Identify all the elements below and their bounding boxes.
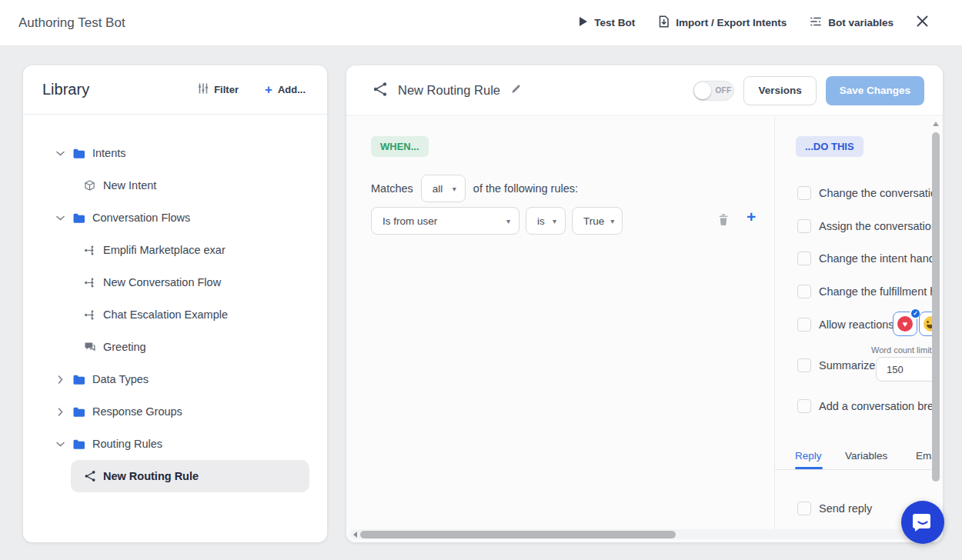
toggle-knob [694, 82, 711, 99]
tab-variables[interactable]: Variables [845, 450, 887, 462]
file-import-export-icon [658, 15, 670, 30]
chevron-right-icon[interactable] [54, 408, 66, 416]
tree-item-data-types[interactable]: Data Types [23, 363, 327, 395]
change-fulfillment-checkbox[interactable] [797, 285, 811, 298]
option-summarize: Summarize: [797, 358, 878, 372]
laugh-reaction-button[interactable] [919, 312, 932, 336]
rule-enabled-toggle[interactable]: OFF [693, 81, 734, 101]
vertical-scrollbar[interactable] [931, 120, 940, 526]
versions-button[interactable]: Versions [743, 76, 816, 105]
option-allow-reactions: Allow reactions: [797, 318, 897, 332]
close-button[interactable] [917, 15, 928, 30]
routing-icon [83, 470, 96, 482]
change-intent-checkbox[interactable] [797, 252, 811, 265]
import-export-intents-button[interactable]: Import / Export Intents [658, 15, 787, 30]
option-change-fulfillment: Change the fulfillment ha [797, 285, 932, 298]
scroll-left-arrow-icon[interactable] [353, 532, 357, 538]
do-this-badge: ...DO THIS [796, 136, 863, 157]
rule-value-value: True [583, 215, 604, 227]
scroll-up-arrow-icon[interactable] [933, 122, 939, 126]
editor-header-actions: OFF Versions Save Changes [693, 76, 924, 105]
topbar-actions: Test Bot Import / Export Intents Bot var… [579, 15, 928, 30]
tree-item-label: Routing Rules [92, 438, 162, 450]
horizontal-scrollbar-thumb[interactable] [360, 531, 676, 538]
do-this-clip: ...DO THIS Change the conversation Assig… [776, 117, 932, 529]
bot-variables-button[interactable]: Bot variables [810, 16, 894, 29]
play-icon [579, 16, 588, 29]
variables-icon [810, 16, 822, 29]
import-export-label: Import / Export Intents [676, 17, 787, 28]
when-badge: WHEN... [371, 136, 429, 157]
chevron-down-icon[interactable] [54, 151, 66, 156]
folder-icon [72, 406, 85, 418]
when-pane: WHEN... Matches all ▾ of the following r… [346, 117, 775, 529]
tree-item-greeting[interactable]: Greeting [23, 331, 327, 363]
tree-item-label: New Conversation Flow [103, 276, 221, 288]
tree-item-new-conversation-flow[interactable]: New Conversation Flow [23, 266, 327, 298]
rule-operator-select[interactable]: is ▾ [526, 207, 566, 235]
folder-icon [72, 374, 85, 385]
filter-label: Filter [214, 84, 239, 95]
word-count-input[interactable] [876, 357, 932, 382]
tree-item-routing-rules[interactable]: Routing Rules [23, 428, 327, 460]
chevron-down-icon[interactable] [54, 215, 66, 221]
tree-item-label: Intents [92, 147, 126, 159]
assign-conversation-checkbox[interactable] [797, 219, 811, 233]
option-label: Change the fulfillment ha [819, 285, 932, 298]
summarize-checkbox[interactable] [797, 358, 811, 372]
tree-item-emplifi-marketplace[interactable]: Emplifi Marketplace exar [23, 234, 327, 266]
chat-launcher-button[interactable] [901, 501, 944, 544]
tree-item-intents[interactable]: Intents [23, 137, 327, 169]
option-label: Add a conversation break [819, 400, 932, 412]
matches-row: Matches all ▾ of the following rules: [371, 175, 578, 202]
tab-email[interactable]: Email [916, 450, 932, 462]
folder-icon [72, 438, 85, 450]
tree-item-chat-escalation[interactable]: Chat Escalation Example [23, 298, 327, 331]
chevron-down-icon: ▾ [453, 185, 456, 193]
option-change-conversation: Change the conversation [797, 186, 932, 200]
chevron-down-icon: ▾ [553, 217, 556, 225]
rule-operator-value: is [537, 215, 545, 227]
option-label: Assign the conversation t [819, 220, 932, 232]
tab-reply[interactable]: Reply [795, 450, 822, 462]
intent-cube-icon [83, 179, 96, 192]
option-conversation-break: Add a conversation break [797, 399, 932, 413]
option-send-reply: Send reply [797, 502, 872, 515]
tree-item-conversation-flows[interactable]: Conversation Flows [23, 202, 327, 234]
save-changes-button[interactable]: Save Changes [826, 76, 924, 105]
edit-pencil-icon[interactable] [510, 83, 522, 98]
match-mode-select[interactable]: all ▾ [421, 175, 466, 202]
option-assign-conversation: Assign the conversation t [797, 219, 932, 233]
allow-reactions-checkbox[interactable] [797, 318, 811, 332]
add-button[interactable]: + Add... [265, 83, 306, 96]
change-conversation-checkbox[interactable] [797, 186, 811, 200]
rule-value-select[interactable]: True ▾ [572, 207, 623, 235]
do-this-pane: ...DO THIS Change the conversation Assig… [776, 117, 943, 529]
send-reply-checkbox[interactable] [797, 502, 811, 515]
rule-field-select[interactable]: Is from user ▾ [371, 207, 519, 235]
filter-button[interactable]: Filter [198, 83, 239, 96]
tree-item-new-intent[interactable]: New Intent [23, 169, 327, 202]
test-bot-button[interactable]: Test Bot [579, 16, 635, 29]
tree-item-response-groups[interactable]: Response Groups [23, 395, 327, 428]
filter-icon [198, 83, 209, 96]
option-label: Allow reactions: [819, 318, 897, 331]
rule-title: New Routing Rule [398, 83, 500, 98]
horizontal-scrollbar[interactable] [349, 529, 938, 539]
library-panel: Library Filter + Add... [23, 65, 327, 542]
delete-rule-button[interactable] [717, 213, 730, 229]
conversation-break-checkbox[interactable] [797, 399, 811, 413]
tree-item-new-routing-rule[interactable]: New Routing Rule [71, 460, 309, 492]
tree-item-label: Conversation Flows [92, 212, 190, 224]
vertical-scrollbar-thumb[interactable] [932, 132, 940, 482]
heart-icon: ♥ [897, 316, 913, 332]
chevron-down-icon[interactable] [54, 442, 66, 447]
heart-reaction-button[interactable]: ♥ ✓ [893, 312, 917, 336]
topbar: Authoring Test Bot Test Bot Import / Exp… [0, 0, 962, 46]
folder-icon [72, 148, 85, 159]
add-rule-button[interactable]: + [747, 208, 756, 226]
do-this-tabbar: Reply Variables Email [776, 446, 932, 470]
match-mode-value: all [433, 183, 443, 195]
chevron-right-icon[interactable] [54, 375, 66, 384]
tabbar-divider [776, 469, 932, 470]
